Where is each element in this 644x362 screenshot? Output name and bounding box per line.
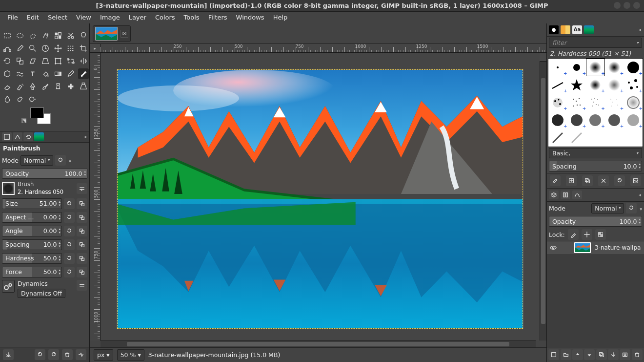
hardness-reset-icon[interactable]: [64, 253, 75, 264]
brush-cell[interactable]: +: [605, 94, 624, 111]
menu-windows[interactable]: Windows: [232, 12, 269, 23]
tool-handle-transform[interactable]: [65, 56, 76, 66]
lock-pixel-icon[interactable]: [568, 229, 579, 240]
tool-mypaint-brush[interactable]: [40, 81, 51, 92]
brush-cell[interactable]: +: [624, 59, 643, 76]
tool-perspective-clone[interactable]: [78, 81, 89, 92]
restore-preset-icon[interactable]: [35, 349, 45, 360]
brush-preview[interactable]: [2, 182, 15, 195]
tool-blur[interactable]: [2, 94, 13, 105]
brush-cell[interactable]: [567, 76, 586, 94]
brush-cell[interactable]: +: [586, 111, 605, 129]
brush-cell[interactable]: +: [548, 76, 567, 94]
brush-cell[interactable]: +: [605, 59, 624, 76]
layer-new-icon[interactable]: [548, 349, 559, 360]
tab-paths[interactable]: [572, 191, 582, 199]
tool-foreground-select[interactable]: [78, 30, 89, 41]
tool-rect-select[interactable]: [2, 30, 13, 41]
window-maximize-button[interactable]: [624, 2, 630, 9]
tool-zoom[interactable]: [27, 43, 38, 54]
fg-bg-color[interactable]: ⬔: [30, 107, 89, 131]
layer-name[interactable]: 3-nature-wallpa: [595, 244, 641, 251]
layer-mode-dropdown[interactable]: Normal▾: [591, 203, 624, 213]
brush-preset-dropdown[interactable]: Basic,▾: [549, 148, 642, 158]
dock-menu-icon[interactable]: ◂: [83, 134, 87, 140]
ruler-origin-button[interactable]: ▸: [90, 44, 101, 53]
tool-align[interactable]: [65, 43, 76, 54]
tool-move[interactable]: [53, 43, 63, 54]
menu-edit[interactable]: Edit: [22, 12, 43, 23]
layers-dock-menu-icon[interactable]: ◂: [638, 192, 642, 198]
layer-mode-switch-icon[interactable]: [626, 203, 637, 213]
brush-cell[interactable]: +: [605, 111, 624, 129]
tab-channels[interactable]: [561, 191, 570, 199]
zoom-dropdown[interactable]: 50 %▾: [117, 349, 144, 361]
lock-alpha-icon[interactable]: [595, 229, 606, 240]
horizontal-scrollbar[interactable]: [101, 341, 536, 347]
spacing-link-icon[interactable]: [77, 239, 87, 250]
mode-dropdown[interactable]: Normal▾: [20, 155, 53, 166]
tool-paintbrush[interactable]: [78, 68, 89, 79]
force-slider[interactable]: Force50.0▴▾: [2, 267, 62, 277]
tool-free-select[interactable]: [27, 30, 38, 41]
tool-fuzzy-select[interactable]: [40, 30, 51, 41]
layer-duplicate-icon[interactable]: [596, 349, 607, 360]
unit-dropdown[interactable]: px▾: [94, 349, 113, 361]
brush-cell[interactable]: +: [567, 59, 586, 76]
right-dock-menu-icon[interactable]: ◂: [638, 27, 642, 33]
tool-bucket-fill[interactable]: [40, 68, 51, 79]
brush-cell[interactable]: +: [548, 59, 567, 76]
brush-cell[interactable]: +: [548, 111, 567, 129]
brush-edit-icon[interactable]: [550, 175, 561, 186]
menu-select[interactable]: Select: [43, 12, 72, 23]
window-close-button[interactable]: [633, 2, 640, 9]
tool-rotate[interactable]: [2, 56, 13, 66]
brush-cell[interactable]: +: [605, 76, 624, 94]
brush-duplicate-icon[interactable]: [582, 175, 593, 186]
tool-scale[interactable]: [15, 56, 25, 66]
tool-ink[interactable]: [27, 81, 38, 92]
document-tab[interactable]: ⊠: [93, 25, 131, 42]
brush-cell[interactable]: +: [624, 111, 643, 129]
aspect-link-icon[interactable]: [77, 212, 87, 223]
size-slider[interactable]: Size51.00▴▾: [2, 198, 62, 209]
dynamics-icon[interactable]: [2, 280, 15, 293]
tool-text[interactable]: [27, 68, 38, 79]
brush-cell[interactable]: +: [567, 94, 586, 111]
menu-image[interactable]: Image: [96, 12, 124, 23]
tool-gradient[interactable]: [53, 68, 63, 79]
document-tab-close-icon[interactable]: ⊠: [121, 30, 128, 38]
force-reset-icon[interactable]: [64, 267, 75, 277]
hardness-slider[interactable]: Hardness50.0▴▾: [2, 253, 62, 264]
layer-mode-extra-dropdown[interactable]: [639, 205, 642, 212]
menu-colors[interactable]: Colors: [151, 12, 180, 23]
vertical-scrollbar[interactable]: [540, 62, 546, 341]
canvas[interactable]: [101, 53, 540, 341]
brush-cell[interactable]: +: [567, 111, 586, 129]
tab-patterns[interactable]: [561, 25, 570, 34]
size-reset-icon[interactable]: [64, 198, 75, 209]
fg-color-swatch[interactable]: [30, 107, 44, 118]
brush-cell[interactable]: +: [624, 76, 643, 94]
brush-edit-icon[interactable]: [77, 183, 87, 194]
tool-ellipse-select[interactable]: [15, 30, 25, 41]
brush-refresh-icon[interactable]: [614, 175, 625, 186]
brush-cell[interactable]: +: [548, 94, 567, 111]
tab-brushes[interactable]: ●: [549, 25, 559, 34]
tool-perspective[interactable]: [40, 56, 51, 66]
tool-paths[interactable]: [2, 43, 13, 54]
mode-extra-dropdown[interactable]: [68, 157, 71, 164]
tool-clone[interactable]: [53, 81, 63, 92]
tool-flip[interactable]: [78, 56, 89, 66]
menu-layer[interactable]: Layer: [124, 12, 151, 23]
brush-cell[interactable]: [548, 129, 567, 147]
opacity-slider[interactable]: Opacity 100.0 ▴▾: [2, 168, 87, 179]
brush-open-as-image-icon[interactable]: [630, 175, 641, 186]
dynamics-dropdown[interactable]: Dynamics Off: [18, 289, 65, 298]
tab-fonts[interactable]: Aa: [572, 25, 582, 34]
tab-undo-history[interactable]: [23, 132, 33, 141]
brush-cell[interactable]: +: [586, 94, 605, 111]
brush-cell[interactable]: +: [586, 76, 605, 94]
layer-merge-icon[interactable]: [608, 349, 619, 360]
horizontal-ruler[interactable]: ▸ 250500750100012501500: [90, 44, 546, 53]
